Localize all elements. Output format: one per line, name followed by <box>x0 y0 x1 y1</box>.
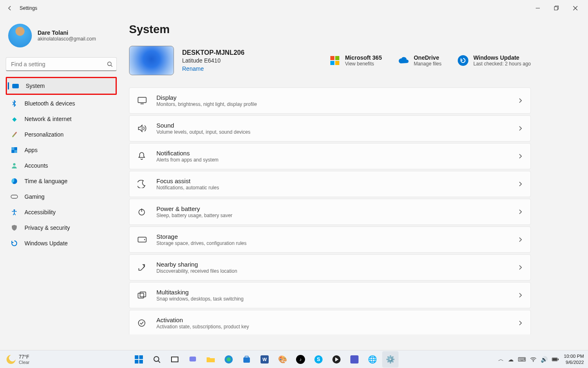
edge-button[interactable] <box>220 351 237 368</box>
store-button[interactable] <box>238 351 255 368</box>
taskview-button[interactable] <box>167 351 183 368</box>
svg-text:♪: ♪ <box>299 357 302 362</box>
device-name: DESKTOP-MJNL206 <box>182 49 245 56</box>
sidebar-item-gaming[interactable]: Gaming <box>6 189 117 204</box>
setting-row-nearby[interactable]: Nearby sharingDiscoverability, received … <box>129 254 531 280</box>
setting-title: Sound <box>156 122 250 129</box>
multitasking-icon <box>138 292 147 299</box>
highlight-annotation: System <box>6 77 117 95</box>
start-button[interactable] <box>131 351 147 368</box>
svg-point-35 <box>533 361 534 362</box>
teams-button[interactable] <box>346 351 363 368</box>
skype-button[interactable]: S <box>310 351 327 368</box>
rename-link[interactable]: Rename <box>182 65 245 72</box>
svg-point-16 <box>138 320 145 326</box>
setting-row-display[interactable]: DisplayMonitors, brightness, night light… <box>129 88 531 114</box>
setting-sub: Volume levels, output, input, sound devi… <box>156 129 250 135</box>
tile-sub: View benefits <box>345 61 382 67</box>
sidebar-item-network[interactable]: ◆ Network & internet <box>6 111 117 127</box>
wifi-tray-icon[interactable] <box>530 357 537 362</box>
sidebar-item-apps[interactable]: Apps <box>6 142 117 158</box>
settings-taskbar-button[interactable]: ⚙️ <box>382 351 399 368</box>
search-input[interactable] <box>6 57 117 71</box>
chevron-right-icon <box>518 153 522 159</box>
tray-chevron-icon[interactable]: ︿ <box>498 356 504 363</box>
setting-row-notifications[interactable]: NotificationsAlerts from apps and system <box>129 143 531 169</box>
setting-row-power[interactable]: Power & batterySleep, battery usage, bat… <box>129 199 531 225</box>
setting-row-storage[interactable]: StorageStorage space, drives, configurat… <box>129 227 531 253</box>
search-icon <box>107 61 113 67</box>
setting-sub: Storage space, drives, configuration rul… <box>156 240 247 246</box>
close-button[interactable] <box>566 2 585 15</box>
profile-name: Dare Tolani <box>38 29 96 36</box>
profile-block[interactable]: Dare Tolani akinolatolasco@gmail.com <box>6 16 117 56</box>
svg-rect-24 <box>243 357 250 363</box>
clock[interactable]: 10:00 PM 9/6/2022 <box>564 353 588 365</box>
svg-rect-2 <box>555 7 558 10</box>
sidebar-item-time[interactable]: Time & language <box>6 173 117 189</box>
minimize-button[interactable] <box>528 2 547 15</box>
sidebar-item-label: Bluetooth & devices <box>24 100 75 107</box>
sidebar-item-accessibility[interactable]: Accessibility <box>6 204 117 220</box>
sidebar-item-privacy[interactable]: Privacy & security <box>6 220 117 236</box>
battery-tray-icon[interactable] <box>552 357 559 362</box>
sidebar-item-label: Network & internet <box>24 116 71 122</box>
setting-title: Activation <box>156 316 249 323</box>
svg-point-13 <box>144 239 145 240</box>
svg-text:S: S <box>317 357 320 362</box>
onedrive-tray-icon[interactable]: ☁ <box>508 356 514 363</box>
media-button[interactable] <box>328 351 345 368</box>
sidebar-item-system[interactable]: System <box>7 78 116 94</box>
keyboard-tray-icon[interactable]: ⌨ <box>518 356 526 363</box>
sidebar-item-label: Windows Update <box>24 240 68 247</box>
svg-point-5 <box>13 163 16 166</box>
paint-button[interactable]: 🎨 <box>274 351 291 368</box>
browser-button[interactable]: 🌐 <box>364 351 381 368</box>
setting-sub: Snap windows, desktops, task switching <box>156 296 243 302</box>
sidebar-item-label: Gaming <box>24 193 45 200</box>
weather-cond: Clear <box>19 360 29 365</box>
globe-icon <box>11 177 18 185</box>
setting-title: Power & battery <box>156 205 232 212</box>
device-model: Latitude E6410 <box>182 57 245 64</box>
update-icon <box>458 55 468 66</box>
search-button[interactable] <box>149 351 165 368</box>
sidebar-item-bluetooth[interactable]: Bluetooth & devices <box>6 96 117 111</box>
svg-rect-6 <box>11 195 18 198</box>
sidebar-item-accounts[interactable]: Accounts <box>6 158 117 173</box>
chevron-right-icon <box>518 265 522 270</box>
svg-rect-37 <box>558 359 559 360</box>
nearby-icon <box>138 263 147 272</box>
windowsupdate-tile[interactable]: Windows UpdateLast checked: 2 hours ago <box>458 54 531 67</box>
svg-point-17 <box>154 357 159 361</box>
word-button[interactable]: W <box>256 351 273 368</box>
device-image <box>129 46 174 75</box>
sidebar-item-update[interactable]: Windows Update <box>6 236 117 251</box>
setting-row-activation[interactable]: ActivationActivation state, subscription… <box>129 310 531 334</box>
search-box[interactable] <box>6 57 117 71</box>
system-tray[interactable]: ︿ ☁ ⌨ 🔊 <box>493 356 564 363</box>
svg-rect-34 <box>350 355 359 364</box>
maximize-button[interactable] <box>547 2 566 15</box>
setting-row-focus[interactable]: Focus assistNotifications, automatic rul… <box>129 171 531 197</box>
svg-point-7 <box>13 209 15 211</box>
svg-point-3 <box>108 62 111 66</box>
svg-rect-8 <box>138 97 146 103</box>
setting-row-multitasking[interactable]: MultitaskingSnap windows, desktops, task… <box>129 282 531 308</box>
explorer-button[interactable] <box>203 351 219 368</box>
tile-title: Windows Update <box>473 54 531 61</box>
setting-row-sound[interactable]: SoundVolume levels, output, input, sound… <box>129 115 531 141</box>
weather-widget[interactable]: 77°F Clear <box>0 354 36 365</box>
chat-button[interactable] <box>185 351 201 368</box>
tiktok-button[interactable]: ♪ <box>292 351 309 368</box>
chevron-right-icon <box>518 126 522 131</box>
onedrive-tile[interactable]: OneDriveManage files <box>398 54 441 67</box>
sidebar-item-label: Accessibility <box>24 209 56 215</box>
back-button[interactable] <box>3 2 16 15</box>
sidebar-item-personalization[interactable]: Personalization <box>6 127 117 142</box>
svg-rect-20 <box>172 357 178 361</box>
tile-sub: Manage files <box>414 61 441 67</box>
onedrive-icon <box>398 55 409 66</box>
microsoft365-tile[interactable]: Microsoft 365View benefits <box>330 54 382 67</box>
volume-tray-icon[interactable]: 🔊 <box>541 356 548 363</box>
